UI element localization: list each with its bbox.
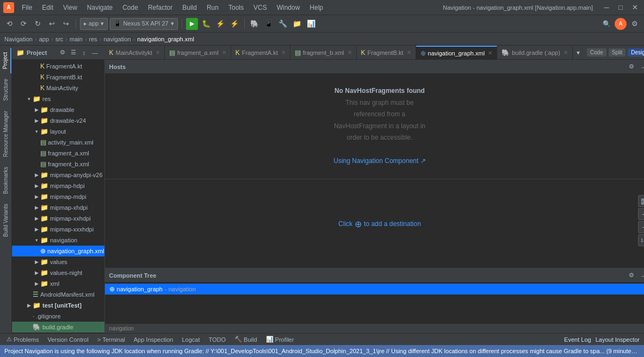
zoom-fit-btn[interactable]: ⊠ bbox=[638, 195, 644, 207]
tab-fragmenta-kt[interactable]: K FragmentA.kt ✕ bbox=[231, 46, 290, 59]
back-btn[interactable]: ⟲ bbox=[3, 18, 15, 30]
apply-changes-btn[interactable]: ⚡ bbox=[228, 18, 240, 30]
breadcrumb-res[interactable]: res bbox=[89, 36, 97, 42]
bottom-problems-btn[interactable]: ⚠ Problems bbox=[4, 334, 41, 345]
run-button[interactable]: ▶ bbox=[186, 18, 198, 30]
tree-item-mipmap-anydpi[interactable]: ▶ 📁 mipmap-anydpi-v26 bbox=[12, 170, 104, 180]
bottom-terminal-btn[interactable]: > Terminal bbox=[95, 334, 127, 345]
menu-refactor[interactable]: Refactor bbox=[144, 3, 177, 12]
project-close-btn[interactable]: — bbox=[90, 48, 100, 58]
tab-fragmenta-kt-close[interactable]: ✕ bbox=[281, 49, 286, 55]
sidebar-item-structure[interactable]: Structure bbox=[1, 74, 11, 105]
tree-item-fragmenta-kt[interactable]: K FragmentA.kt bbox=[12, 61, 104, 72]
tree-item-mipmap-mdpi[interactable]: ▶ 📁 mipmap-mdpi bbox=[12, 191, 104, 202]
tab-fragment-b-xml[interactable]: ▤ fragment_b.xml ✕ bbox=[290, 46, 357, 59]
layout-inspector-btn[interactable]: Layout Inspector bbox=[596, 336, 640, 343]
sidebar-item-project[interactable]: Project bbox=[0, 48, 11, 73]
event-log-btn[interactable]: Event Log bbox=[564, 336, 591, 343]
close-button[interactable]: ✕ bbox=[629, 2, 641, 14]
bottom-logcat-btn[interactable]: Logcat bbox=[179, 334, 202, 345]
tree-item-test[interactable]: ▶ 📁 test [unitTest] bbox=[12, 300, 104, 311]
tab-nav-graph[interactable]: ⊕ navigation_graph.xml ✕ bbox=[416, 46, 498, 59]
tree-item-nav-graph[interactable]: ⊕ navigation_graph.xml bbox=[12, 246, 104, 256]
tree-item-fragmentb-kt[interactable]: K FragmentB.kt bbox=[12, 72, 104, 83]
tree-item-mainactivity[interactable]: K MainActivity bbox=[12, 83, 104, 93]
tab-fragmentb-kt[interactable]: K FragmentB.kt ✕ bbox=[357, 46, 416, 59]
minimize-button[interactable]: ─ bbox=[600, 2, 612, 14]
hosts-settings-btn[interactable]: ⚙ bbox=[626, 61, 637, 72]
tree-item-fragment-a-xml[interactable]: ▤ fragment_a.xml bbox=[12, 148, 104, 159]
menu-help[interactable]: Help bbox=[305, 3, 327, 12]
sync-btn[interactable]: ↻ bbox=[32, 18, 44, 30]
sidebar-item-build-variants[interactable]: Build Variants bbox=[1, 199, 11, 241]
comp-tree-nav-graph[interactable]: ⊕ navigation_graph - navigation bbox=[105, 284, 644, 295]
sidebar-item-bookmarks[interactable]: Bookmarks bbox=[1, 162, 11, 198]
tree-item-drawable[interactable]: ▶ 📁 drawable bbox=[12, 104, 104, 115]
tree-item-activity-main[interactable]: ▤ activity_main.xml bbox=[12, 137, 104, 148]
profiler-toolbar-btn[interactable]: 📊 bbox=[305, 18, 317, 30]
project-collapse-btn[interactable]: ↕ bbox=[79, 48, 89, 58]
tree-item-drawable-v24[interactable]: ▶ 📁 drawable-v24 bbox=[12, 115, 104, 126]
tree-item-navigation-folder[interactable]: ▾ 📁 navigation bbox=[12, 235, 104, 246]
bottom-version-control-btn[interactable]: Version Control bbox=[45, 334, 90, 345]
comp-tree-settings-btn[interactable]: ⚙ bbox=[626, 270, 637, 281]
tree-item-mipmap-xxxhdpi[interactable]: ▶ 📁 mipmap-xxxhdpi bbox=[12, 224, 104, 235]
zoom-level[interactable]: 1:1 bbox=[638, 234, 644, 246]
maximize-button[interactable]: □ bbox=[615, 2, 627, 14]
menu-file[interactable]: File bbox=[17, 3, 36, 12]
hosts-minimize-btn[interactable]: — bbox=[639, 61, 644, 72]
menu-navigate[interactable]: Navigate bbox=[83, 3, 117, 12]
device-file-btn[interactable]: 📁 bbox=[291, 18, 303, 30]
tree-item-androidmanifest[interactable]: ☰ AndroidManifest.xml bbox=[12, 289, 104, 300]
tree-item-gitignore-app[interactable]: · .gitignore bbox=[12, 311, 104, 322]
tab-buildgradle-app-close[interactable]: ✕ bbox=[564, 49, 568, 55]
debug-btn[interactable]: 🐛 bbox=[200, 18, 212, 30]
menu-code[interactable]: Code bbox=[118, 3, 143, 12]
breadcrumb-app[interactable]: app bbox=[39, 36, 49, 42]
breadcrumb-src[interactable]: src bbox=[55, 36, 64, 42]
undo-btn[interactable]: ↩ bbox=[46, 18, 58, 30]
tree-item-layout[interactable]: ▾ 📁 layout bbox=[12, 126, 104, 137]
tab-mainactivity[interactable]: K MainActivitykt ✕ bbox=[105, 46, 165, 59]
tree-item-xml[interactable]: ▶ 📁 xml bbox=[12, 278, 104, 289]
add-destination-prompt[interactable]: Click ⊕ to add a destination bbox=[338, 218, 421, 229]
sdk-btn[interactable]: 🔧 bbox=[277, 18, 289, 30]
tree-item-mipmap-xhdpi[interactable]: ▶ 📁 mipmap-xhdpi bbox=[12, 202, 104, 213]
menu-window[interactable]: Window bbox=[273, 3, 305, 12]
settings-button[interactable]: ⚙ bbox=[629, 18, 641, 30]
editor-design-toggle[interactable]: Design bbox=[628, 48, 644, 57]
tab-fragment-a-xml-close[interactable]: ✕ bbox=[222, 49, 226, 55]
tree-item-res[interactable]: ▾ 📁 res bbox=[12, 93, 104, 104]
menu-view[interactable]: View bbox=[59, 3, 82, 12]
profile-btn[interactable]: ⚡ bbox=[214, 18, 226, 30]
hosts-link[interactable]: Using Navigation Component ↗ bbox=[333, 157, 425, 165]
tab-buildgradle-app[interactable]: 🐘 build.gradle (:app) ✕ bbox=[497, 46, 573, 59]
breadcrumb-navigation-folder[interactable]: navigation bbox=[104, 36, 131, 42]
tree-item-fragment-b-xml[interactable]: ▤ fragment_b.xml bbox=[12, 159, 104, 170]
add-dest-link[interactable]: Click ⊕ to add a destination bbox=[338, 218, 421, 229]
breadcrumb-main[interactable]: main bbox=[70, 36, 83, 42]
tab-fragment-a-xml[interactable]: ▤ fragment_a.xml ✕ bbox=[165, 46, 231, 59]
bottom-app-inspection-btn[interactable]: App Inspection bbox=[132, 334, 176, 345]
zoom-in-btn[interactable]: + bbox=[638, 208, 644, 220]
project-scope-btn[interactable]: ☰ bbox=[69, 48, 78, 58]
device-dropdown[interactable]: 📱 Nexus 5X API 27 ▾ bbox=[110, 18, 177, 30]
tree-item-values[interactable]: ▶ 📁 values bbox=[12, 256, 104, 267]
project-gear-btn[interactable]: ⚙ bbox=[58, 48, 67, 58]
menu-build[interactable]: Build bbox=[178, 3, 201, 12]
search-button[interactable]: 🔍 bbox=[600, 18, 612, 30]
bottom-profiler-btn[interactable]: 📊 Profiler bbox=[264, 334, 296, 345]
tree-item-mipmap-hdpi[interactable]: ▶ 📁 mipmap-hdpi bbox=[12, 180, 104, 191]
tab-nav-graph-close[interactable]: ✕ bbox=[488, 50, 492, 56]
forward-btn[interactable]: ⟳ bbox=[17, 18, 29, 30]
tree-item-proguard[interactable]: · proguard-rules.pro bbox=[12, 333, 104, 333]
gradle-sync-btn[interactable]: 🐘 bbox=[249, 18, 261, 30]
tree-item-mipmap-xxhdpi[interactable]: ▶ 📁 mipmap-xxhdpi bbox=[12, 213, 104, 224]
redo-btn[interactable]: ↪ bbox=[60, 18, 72, 30]
comp-tree-minimize-btn[interactable]: — bbox=[639, 270, 644, 281]
tab-mainactivity-close[interactable]: ✕ bbox=[156, 49, 160, 55]
menu-run[interactable]: Run bbox=[202, 3, 223, 12]
editor-code-toggle[interactable]: Code bbox=[587, 48, 606, 57]
tree-item-values-night[interactable]: ▶ 📁 values-night bbox=[12, 267, 104, 278]
user-avatar[interactable]: A bbox=[615, 18, 627, 30]
